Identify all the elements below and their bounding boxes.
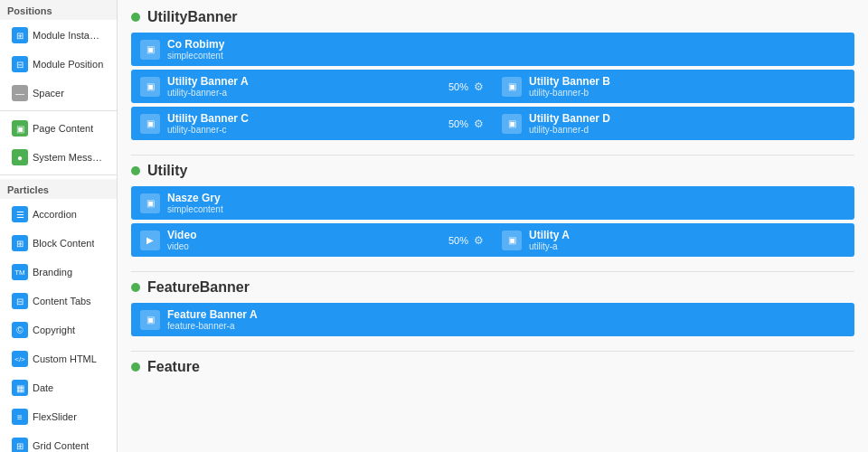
section-dot: [131, 283, 140, 292]
section-dot: [131, 363, 140, 372]
section-separator: [131, 155, 854, 155]
section-title-feature-banner: FeatureBanner: [131, 279, 854, 296]
particles-section-title: Particles: [0, 179, 117, 199]
position-row: ▣ Nasze Gry simplecontent: [131, 186, 854, 220]
module-sub: utility-banner-b: [529, 88, 610, 98]
pos-cell-co-robimy[interactable]: ▣ Co Robimy simplecontent: [131, 33, 854, 66]
module-name: Co Robimy: [167, 38, 224, 51]
sidebar-item-label: Content Tabs: [33, 296, 91, 306]
grid-content-icon: ⊞: [12, 438, 28, 452]
branding-icon: TM: [12, 264, 28, 280]
video-icon: ▶: [140, 231, 160, 250]
sidebar-item-module-position[interactable]: ⊟ Module Position: [4, 51, 113, 78]
sidebar-item-system-messages[interactable]: ● System Messages: [4, 144, 113, 171]
position-row: ▣ Utility Banner C utility-banner-c 50% …: [131, 107, 854, 140]
main-content: UtilityBanner ▣ Co Robimy simplecontent …: [118, 0, 868, 452]
pos-cell-text: Utility Banner D utility-banner-d: [529, 112, 610, 135]
pos-cell-text: Feature Banner A feature-banner-a: [167, 308, 258, 331]
percent-label: 50%: [448, 118, 468, 129]
module-icon: ▣: [502, 114, 522, 134]
module-name: Utility Banner A: [167, 75, 448, 88]
sidebar-item-label: Custom HTML: [33, 353, 97, 364]
module-name: Utility A: [529, 229, 570, 241]
pos-cell-utility-banner-c[interactable]: ▣ Utility Banner C utility-banner-c 50% …: [131, 107, 493, 140]
module-sub: simplecontent: [167, 51, 224, 61]
pos-cell-text: Utility Banner C utility-banner-c: [167, 112, 448, 135]
sidebar-item-label: Grid Content: [33, 440, 89, 451]
sidebar-item-label: Copyright: [33, 325, 75, 335]
section-utility-banner: UtilityBanner ▣ Co Robimy simplecontent …: [131, 9, 854, 140]
section-dot: [131, 166, 140, 175]
gear-icon[interactable]: ⚙: [474, 80, 484, 93]
pos-cell-utility-banner-d[interactable]: ▣ Utility Banner D utility-banner-d: [493, 107, 854, 140]
block-content-icon: ⊞: [12, 235, 28, 251]
pos-cell-utility-a[interactable]: ▣ Utility A utility-a: [493, 223, 854, 257]
pos-cell-feature-banner-a[interactable]: ▣ Feature Banner A feature-banner-a: [131, 303, 854, 336]
pos-cell-utility-banner-a[interactable]: ▣ Utility Banner A utility-banner-a 50% …: [131, 70, 493, 103]
section-separator-2: [131, 271, 854, 272]
pos-cell-utility-banner-b[interactable]: ▣ Utility Banner B utility-banner-b: [493, 70, 854, 103]
date-icon: ▦: [12, 380, 28, 396]
module-sub: simplecontent: [167, 204, 223, 214]
module-name: Video: [167, 229, 448, 241]
sidebar-divider: [0, 110, 117, 111]
module-sub: feature-banner-a: [167, 321, 258, 331]
sidebar-item-custom-html[interactable]: </> Custom HTML: [4, 345, 113, 372]
position-row: ▶ Video video 50% ⚙ ▣ Utility A utility-…: [131, 223, 854, 257]
module-position-icon: ⊟: [12, 56, 28, 72]
position-row: ▣ Co Robimy simplecontent: [131, 33, 854, 66]
spacer-icon: —: [12, 85, 28, 101]
section-utility: Utility ▣ Nasze Gry simplecontent ▶ Vide…: [131, 163, 854, 257]
pos-cell-text: Utility A utility-a: [529, 229, 570, 251]
sidebar-item-branding[interactable]: TM Branding: [4, 259, 113, 286]
section-title-utility-banner: UtilityBanner: [131, 9, 854, 25]
pos-cell-text: Video video: [167, 229, 448, 251]
pos-cell-video[interactable]: ▶ Video video 50% ⚙: [131, 223, 493, 257]
module-sub: utility-banner-d: [529, 125, 610, 135]
content-tabs-icon: ⊟: [12, 293, 28, 309]
positions-section-title: Positions: [0, 0, 117, 20]
sidebar-divider-2: [0, 174, 117, 175]
section-dot: [131, 13, 140, 22]
sidebar-item-page-content[interactable]: ▣ Page Content: [4, 115, 113, 142]
gear-icon[interactable]: ⚙: [474, 234, 484, 247]
sidebar-item-label: FlexSlider: [33, 411, 77, 422]
pos-cell-nasze-gry[interactable]: ▣ Nasze Gry simplecontent: [131, 186, 854, 220]
module-icon: ▣: [502, 77, 522, 97]
sidebar-item-copyright[interactable]: © Copyright: [4, 316, 113, 344]
sidebar-item-label: Module Position: [33, 59, 103, 70]
sidebar-item-accordion[interactable]: ☰ Accordion: [4, 201, 113, 228]
module-icon: ▣: [140, 40, 160, 60]
sidebar-item-module-instance[interactable]: ⊞ Module Instance: [4, 22, 113, 49]
pos-cell-text: Nasze Gry simplecontent: [167, 192, 223, 214]
flexslider-icon: ≡: [12, 409, 28, 425]
section-title-feature: Feature: [131, 359, 854, 375]
sidebar-item-grid-content[interactable]: ⊞ Grid Content: [4, 432, 113, 452]
sidebar-item-label: System Messages: [33, 152, 105, 163]
pos-cell-text: Utility Banner B utility-banner-b: [529, 75, 610, 98]
gear-icon[interactable]: ⚙: [474, 118, 484, 130]
sidebar-item-date[interactable]: ▦ Date: [4, 374, 113, 401]
section-separator-3: [131, 351, 854, 352]
sidebar-item-block-content[interactable]: ⊞ Block Content: [4, 230, 113, 257]
custom-html-icon: </>: [12, 351, 28, 367]
sidebar-item-label: Block Content: [33, 238, 94, 249]
position-row: ▣ Utility Banner A utility-banner-a 50% …: [131, 70, 854, 103]
sidebar-item-content-tabs[interactable]: ⊟ Content Tabs: [4, 287, 113, 315]
section-feature: Feature: [131, 359, 854, 375]
position-row: ▣ Feature Banner A feature-banner-a: [131, 303, 854, 336]
pos-cell-text: Co Robimy simplecontent: [167, 38, 224, 61]
sidebar-item-spacer[interactable]: — Spacer: [4, 80, 113, 107]
section-title-utility: Utility: [131, 163, 854, 179]
sidebar-item-label: Date: [33, 382, 53, 393]
module-icon: ▣: [502, 231, 522, 250]
sidebar-item-label: Page Content: [33, 123, 93, 134]
sidebar-item-label: Spacer: [33, 88, 64, 99]
module-icon: ▣: [140, 114, 160, 134]
sidebar-item-flexslider[interactable]: ≡ FlexSlider: [4, 403, 113, 430]
page-content-icon: ▣: [12, 120, 28, 137]
module-name: Nasze Gry: [167, 192, 223, 204]
module-sub: utility-banner-c: [167, 125, 448, 135]
sidebar-item-label: Branding: [33, 267, 72, 278]
module-name: Utility Banner B: [529, 75, 610, 88]
